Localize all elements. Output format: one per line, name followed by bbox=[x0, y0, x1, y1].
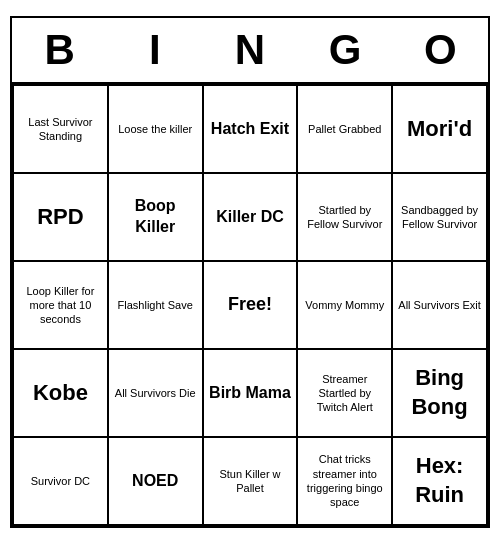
letter-i: I bbox=[107, 26, 202, 74]
letter-n: N bbox=[202, 26, 297, 74]
bingo-cell-24: Hex: Ruin bbox=[393, 438, 488, 526]
bingo-cell-11: Flashlight Save bbox=[109, 262, 204, 350]
bingo-cell-7: Killer DC bbox=[204, 174, 299, 262]
bingo-grid: Last Survivor StandingLoose the killerHa… bbox=[12, 84, 488, 526]
bingo-cell-15: Kobe bbox=[14, 350, 109, 438]
bingo-cell-12: Free! bbox=[204, 262, 299, 350]
bingo-cell-8: Startled by Fellow Survivor bbox=[298, 174, 393, 262]
letter-g: G bbox=[298, 26, 393, 74]
bingo-cell-5: RPD bbox=[14, 174, 109, 262]
bingo-cell-22: Stun Killer w Pallet bbox=[204, 438, 299, 526]
bingo-cell-18: Streamer Startled by Twitch Alert bbox=[298, 350, 393, 438]
bingo-card: B I N G O Last Survivor StandingLoose th… bbox=[10, 16, 490, 528]
bingo-cell-10: Loop Killer for more that 10 seconds bbox=[14, 262, 109, 350]
bingo-cell-1: Loose the killer bbox=[109, 86, 204, 174]
bingo-cell-6: Boop Killer bbox=[109, 174, 204, 262]
bingo-cell-20: Survivor DC bbox=[14, 438, 109, 526]
bingo-cell-17: Birb Mama bbox=[204, 350, 299, 438]
letter-b: B bbox=[12, 26, 107, 74]
letter-o: O bbox=[393, 26, 488, 74]
bingo-cell-9: Sandbagged by Fellow Survivor bbox=[393, 174, 488, 262]
bingo-cell-2: Hatch Exit bbox=[204, 86, 299, 174]
bingo-cell-13: Vommy Mommy bbox=[298, 262, 393, 350]
bingo-cell-14: All Survivors Exit bbox=[393, 262, 488, 350]
bingo-cell-19: Bing Bong bbox=[393, 350, 488, 438]
bingo-cell-3: Pallet Grabbed bbox=[298, 86, 393, 174]
bingo-cell-23: Chat tricks streamer into triggering bin… bbox=[298, 438, 393, 526]
bingo-cell-4: Mori'd bbox=[393, 86, 488, 174]
bingo-cell-16: All Survivors Die bbox=[109, 350, 204, 438]
bingo-cell-0: Last Survivor Standing bbox=[14, 86, 109, 174]
bingo-title: B I N G O bbox=[12, 18, 488, 84]
bingo-cell-21: NOED bbox=[109, 438, 204, 526]
